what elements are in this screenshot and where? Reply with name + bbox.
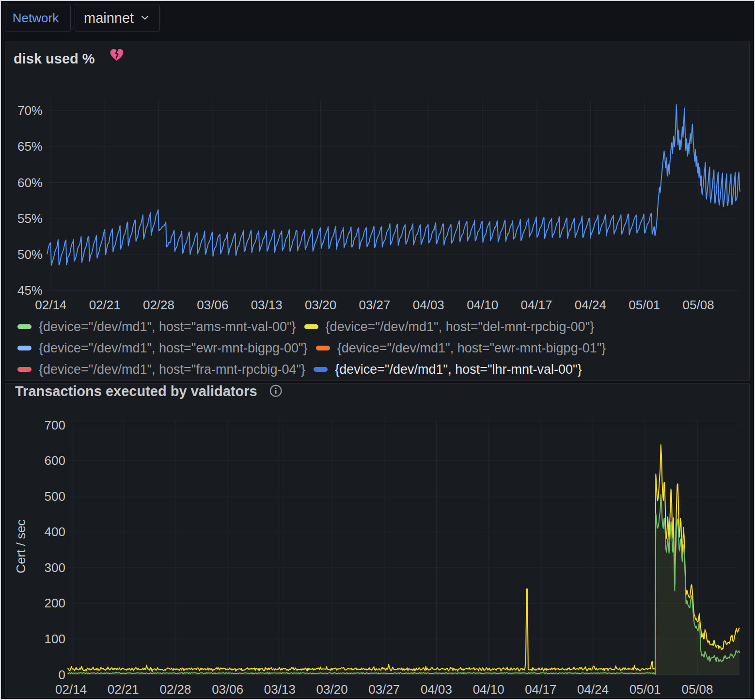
svg-text:04/24: 04/24 xyxy=(575,298,606,312)
svg-text:04/03: 04/03 xyxy=(413,298,444,312)
svg-text:04/17: 04/17 xyxy=(525,682,556,697)
svg-text:03/27: 03/27 xyxy=(359,298,390,312)
svg-text:05/01: 05/01 xyxy=(629,682,661,697)
svg-text:04/03: 04/03 xyxy=(421,682,452,697)
svg-text:02/21: 02/21 xyxy=(89,298,121,312)
svg-text:05/08: 05/08 xyxy=(683,298,714,312)
svg-text:05/08: 05/08 xyxy=(681,682,713,697)
svg-text:70%: 70% xyxy=(17,103,43,118)
svg-text:03/06: 03/06 xyxy=(212,682,243,697)
svg-text:700: 700 xyxy=(45,418,65,432)
svg-text:45%: 45% xyxy=(17,283,43,298)
svg-text:02/21: 02/21 xyxy=(108,682,139,697)
svg-text:02/14: 02/14 xyxy=(35,298,66,312)
svg-text:65%: 65% xyxy=(17,139,43,154)
svg-text:04/24: 04/24 xyxy=(577,682,609,697)
svg-text:02/28: 02/28 xyxy=(159,682,191,697)
svg-text:600: 600 xyxy=(45,453,65,468)
svg-text:03/06: 03/06 xyxy=(197,298,228,312)
svg-text:Cert / sec: Cert / sec xyxy=(14,519,28,573)
svg-text:03/13: 03/13 xyxy=(264,682,296,697)
svg-text:100: 100 xyxy=(45,632,65,646)
svg-text:02/14: 02/14 xyxy=(55,682,87,697)
svg-text:03/13: 03/13 xyxy=(251,298,283,312)
svg-text:60%: 60% xyxy=(17,175,43,190)
svg-text:50%: 50% xyxy=(17,247,43,262)
svg-text:04/10: 04/10 xyxy=(473,682,504,697)
svg-text:05/01: 05/01 xyxy=(629,298,660,312)
svg-text:04/10: 04/10 xyxy=(467,298,498,312)
svg-text:04/17: 04/17 xyxy=(520,298,552,312)
svg-text:0: 0 xyxy=(59,668,65,682)
svg-text:03/20: 03/20 xyxy=(316,682,348,697)
svg-text:200: 200 xyxy=(45,596,65,610)
svg-text:400: 400 xyxy=(45,525,65,539)
svg-text:500: 500 xyxy=(45,489,65,504)
svg-text:55%: 55% xyxy=(17,211,43,226)
svg-text:02/28: 02/28 xyxy=(143,298,174,312)
svg-text:300: 300 xyxy=(45,560,65,575)
svg-text:03/27: 03/27 xyxy=(368,682,400,697)
svg-text:03/20: 03/20 xyxy=(305,298,336,312)
